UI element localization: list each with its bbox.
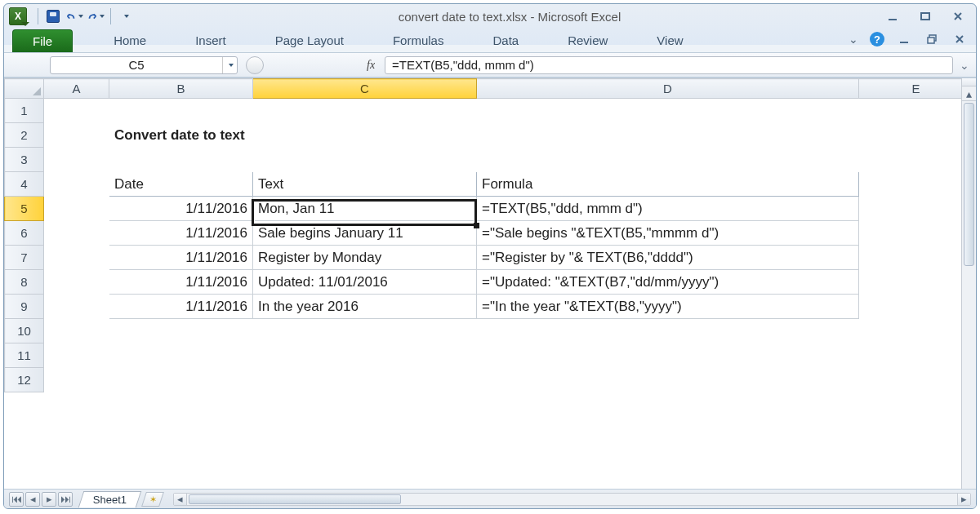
tab-review[interactable]: Review: [555, 29, 621, 52]
name-box[interactable]: C5: [50, 56, 238, 74]
window-controls: [884, 10, 971, 23]
cell-C8[interactable]: Updated: 11/01/2016: [253, 270, 477, 295]
row-header-5[interactable]: 5: [5, 197, 44, 221]
table-header-date[interactable]: Date: [109, 172, 253, 197]
row-header-9[interactable]: 9: [5, 295, 44, 319]
scroll-up-button[interactable]: ▴: [962, 86, 976, 101]
cell-B8[interactable]: 1/11/2016: [109, 270, 253, 295]
cell[interactable]: [44, 221, 109, 246]
redo-button[interactable]: [87, 7, 105, 25]
tab-formulas[interactable]: Formulas: [380, 29, 457, 52]
name-box-dropdown[interactable]: [222, 57, 237, 73]
split-box[interactable]: [962, 78, 976, 86]
hscroll-thumb[interactable]: [189, 494, 401, 504]
row-header-4[interactable]: 4: [5, 172, 44, 197]
horizontal-scrollbar[interactable]: ◂ ▸: [173, 493, 971, 506]
cancel-formula-button[interactable]: [246, 56, 264, 74]
cell[interactable]: [859, 246, 962, 270]
cell[interactable]: [44, 123, 109, 148]
col-header-E[interactable]: E: [859, 79, 962, 99]
tab-home[interactable]: Home: [100, 29, 159, 52]
formula-input[interactable]: =TEXT(B5,"ddd, mmm d"): [385, 56, 953, 74]
cell-B6[interactable]: 1/11/2016: [109, 221, 253, 246]
tab-insert[interactable]: Insert: [182, 29, 239, 52]
cell-D8[interactable]: ="Updated: "&TEXT(B7,"dd/mm/yyyy"): [477, 270, 859, 295]
row-header-6[interactable]: 6: [5, 221, 44, 246]
row-header-11[interactable]: 11: [5, 343, 44, 368]
workbook-restore-button[interactable]: [924, 33, 940, 46]
vertical-scrollbar[interactable]: ▴: [961, 78, 976, 489]
fx-label[interactable]: fx: [367, 59, 375, 72]
scroll-thumb[interactable]: [964, 103, 974, 266]
row-header-7[interactable]: 7: [5, 246, 44, 270]
minimize-ribbon-button[interactable]: ⌄: [849, 33, 858, 46]
cell-C6[interactable]: Sale begins January 11: [253, 221, 477, 246]
customize-qat-button[interactable]: [117, 7, 135, 25]
cell[interactable]: [44, 319, 962, 343]
col-header-D[interactable]: D: [477, 79, 859, 99]
help-button[interactable]: ?: [870, 32, 884, 47]
sheet-title[interactable]: Convert date to text: [109, 123, 962, 148]
cell[interactable]: [44, 368, 962, 392]
cell-D7[interactable]: ="Register by "& TEXT(B6,"dddd"): [477, 246, 859, 270]
select-all-corner[interactable]: [5, 79, 44, 99]
workbook-close-button[interactable]: [951, 33, 968, 46]
cell[interactable]: [44, 343, 962, 368]
cell-B5[interactable]: 1/11/2016: [109, 197, 253, 221]
cell[interactable]: [44, 148, 962, 172]
cell[interactable]: [859, 270, 962, 295]
save-button[interactable]: [44, 7, 62, 25]
cell[interactable]: [859, 295, 962, 319]
cell-D6[interactable]: ="Sale begins "&TEXT(B5,"mmmm d"): [477, 221, 859, 246]
expand-formula-bar-button[interactable]: ⌄: [958, 59, 971, 72]
file-tab[interactable]: File: [12, 29, 73, 52]
table-header-text[interactable]: Text: [253, 172, 477, 197]
sheet-tab-active[interactable]: Sheet1: [78, 491, 142, 507]
row-header-3[interactable]: 3: [5, 148, 44, 172]
scroll-left-button[interactable]: ◂: [174, 494, 187, 505]
row-header-12[interactable]: 12: [5, 368, 44, 392]
row-header-10[interactable]: 10: [5, 319, 44, 343]
tab-nav-prev[interactable]: ◂: [25, 492, 40, 507]
cell[interactable]: [859, 197, 962, 221]
tab-data[interactable]: Data: [479, 29, 532, 52]
cell[interactable]: [859, 172, 962, 197]
tab-nav-next[interactable]: ▸: [42, 492, 56, 507]
cell-D5[interactable]: =TEXT(B5,"ddd, mmm d"): [477, 197, 859, 221]
col-header-A[interactable]: A: [44, 79, 109, 99]
cell[interactable]: [44, 172, 109, 197]
cell-C9[interactable]: In the year 2016: [253, 295, 477, 319]
excel-app-icon[interactable]: X: [9, 7, 27, 25]
minimize-button[interactable]: [884, 10, 901, 23]
cell-D9[interactable]: ="In the year "&TEXT(B8,"yyyy"): [477, 295, 859, 319]
cell[interactable]: [44, 99, 962, 123]
cell[interactable]: [44, 197, 109, 221]
new-sheet-button[interactable]: ✶: [141, 492, 164, 507]
cell-B9[interactable]: 1/11/2016: [109, 295, 253, 319]
spreadsheet-grid[interactable]: A B C D E 1 2Convert date to text 3 4 Da…: [4, 78, 961, 489]
cell[interactable]: [44, 246, 109, 270]
cell-B7[interactable]: 1/11/2016: [109, 246, 253, 270]
cell[interactable]: [44, 295, 109, 319]
row-header-2[interactable]: 2: [5, 123, 44, 148]
cell-C7[interactable]: Register by Monday: [253, 246, 477, 270]
cell-C5[interactable]: Mon, Jan 11: [253, 197, 477, 221]
col-header-C[interactable]: C: [253, 79, 477, 99]
col-header-B[interactable]: B: [109, 79, 253, 99]
undo-button[interactable]: [65, 7, 83, 25]
cell[interactable]: [859, 221, 962, 246]
row-header-1[interactable]: 1: [5, 99, 44, 123]
selection-fill-handle[interactable]: [474, 223, 479, 228]
cell[interactable]: [44, 270, 109, 295]
tab-nav-last[interactable]: ⏭: [58, 492, 73, 507]
tab-page-layout[interactable]: Page Layout: [262, 29, 357, 52]
table-header-formula[interactable]: Formula: [477, 172, 859, 197]
row-header-8[interactable]: 8: [5, 270, 44, 295]
maximize-button[interactable]: [917, 10, 933, 23]
workbook-minimize-button[interactable]: [896, 33, 912, 46]
title-bar: X convert date to text.xlsx - Microsoft …: [4, 4, 976, 29]
close-button[interactable]: [950, 10, 966, 23]
tab-nav-first[interactable]: ⏮: [9, 492, 24, 507]
scroll-right-button[interactable]: ▸: [957, 494, 970, 505]
tab-view[interactable]: View: [644, 29, 696, 52]
